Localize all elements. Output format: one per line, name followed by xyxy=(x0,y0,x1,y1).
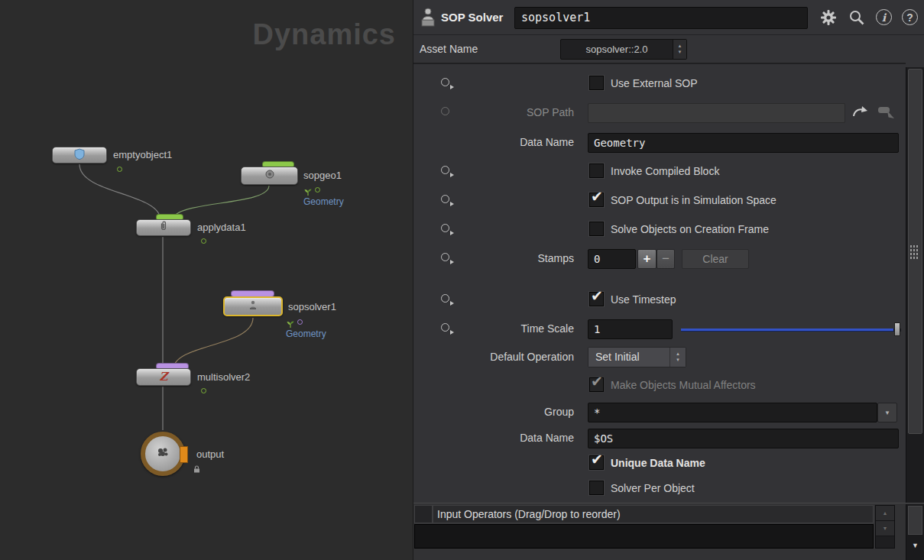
node-applydata1-body[interactable] xyxy=(136,219,191,236)
input-operators-list[interactable] xyxy=(414,524,874,549)
input-operators-scrollbar[interactable]: ▲ ▼ xyxy=(875,505,895,549)
node-multisolver2[interactable]: Z multisolver2 xyxy=(136,368,191,386)
time-scale-input[interactable]: 1 xyxy=(588,319,673,339)
help-icon[interactable]: ? xyxy=(902,9,918,25)
node-header: SOP Solver sopsolver1 i ? xyxy=(413,0,924,35)
time-scale-slider[interactable] xyxy=(681,319,901,340)
header-icons: i ? xyxy=(819,8,918,27)
stamps-remove-button[interactable]: − xyxy=(657,249,675,269)
param-row-use-timestep: Use Timestep xyxy=(413,290,924,311)
param-expand-icon[interactable] xyxy=(441,294,449,303)
invoke-compiled-block-label: Invoke Compiled Block xyxy=(611,165,719,177)
param-row-group: Group * ▼ xyxy=(413,402,924,423)
param-row-time-scale: Time Scale 1 xyxy=(413,319,924,340)
display-ring[interactable] xyxy=(201,388,206,393)
use-timestep-checkbox[interactable] xyxy=(589,292,604,306)
output-ring[interactable] xyxy=(297,319,303,325)
node-output[interactable]: output xyxy=(141,432,185,476)
slider-handle[interactable] xyxy=(894,322,900,336)
asset-version-spinner[interactable]: ▲ ▼ xyxy=(673,40,686,59)
stamps-input[interactable]: 0 xyxy=(588,249,636,269)
spinner-up-icon[interactable]: ▲ xyxy=(678,44,682,49)
parameter-panel: SOP Solver sopsolver1 i ? Asset Name sop… xyxy=(413,0,924,560)
use-external-sop-checkbox[interactable] xyxy=(589,76,604,90)
node-applydata1[interactable]: applydata1 xyxy=(136,219,191,236)
param-row-sop-path: SOP Path xyxy=(413,102,924,124)
param-expand-icon[interactable] xyxy=(441,224,449,232)
node-sopgeo1[interactable]: sopgeo1 Geometry xyxy=(241,167,298,185)
search-icon[interactable] xyxy=(848,8,866,27)
mutual-affectors-checkbox[interactable] xyxy=(589,377,604,392)
default-operation-spinner[interactable]: ▲ ▼ xyxy=(669,348,686,367)
default-operation-select[interactable]: Set Initial ▲ ▼ xyxy=(588,347,686,367)
sop-path-label: SOP Path xyxy=(429,106,574,118)
particles-icon xyxy=(155,445,170,463)
data-name-2-input[interactable]: $OS xyxy=(588,429,899,448)
use-external-sop-label: Use External SOP xyxy=(611,77,698,89)
param-expand-icon[interactable] xyxy=(441,166,449,174)
geometry-icon xyxy=(264,169,275,183)
node-sopsolver1-selected[interactable]: sopsolver1 Geometry xyxy=(223,296,283,316)
gear-menu-icon[interactable] xyxy=(819,8,838,27)
scroll-up-icon[interactable]: ▲ xyxy=(876,506,894,521)
node-type-label: SOP Solver xyxy=(441,11,503,24)
param-row-invoke-compiled-block: Invoke Compiled Block xyxy=(413,161,924,183)
node-label: sopsolver1 xyxy=(288,301,336,312)
choose-operator-icon[interactable] xyxy=(877,104,896,124)
data-name-input[interactable]: Geometry xyxy=(588,133,899,153)
stamps-label: Stamps xyxy=(429,252,574,264)
scrollbar-down-icon[interactable]: ▼ xyxy=(906,538,924,553)
jump-to-operator-icon[interactable] xyxy=(851,104,870,122)
info-icon[interactable]: i xyxy=(876,9,892,25)
output-ring[interactable] xyxy=(315,187,320,193)
render-flag[interactable] xyxy=(180,446,188,463)
display-ring[interactable] xyxy=(201,238,206,244)
bottom-scrollbar[interactable]: ▼ xyxy=(906,504,924,560)
param-row-sop-output-sim-space: SOP Output is in Simulation Space xyxy=(413,190,924,212)
stamps-clear-button[interactable]: Clear xyxy=(682,249,749,269)
display-ring[interactable] xyxy=(117,167,122,172)
node-label: emptyobject1 xyxy=(113,149,172,160)
solve-objects-creation-checkbox[interactable] xyxy=(589,222,604,236)
asset-name-row: Asset Name sopsolver::2.0 ▲ ▼ xyxy=(413,36,906,64)
default-operation-label: Default Operation xyxy=(429,351,574,363)
input-operators-header: Input Operators (Drag/Drop to reorder) xyxy=(433,505,874,523)
network-wires xyxy=(0,0,413,560)
node-name-input[interactable]: sopsolver1 xyxy=(514,7,808,29)
solver-per-object-label: Solver Per Object xyxy=(611,482,695,494)
sop-output-sim-space-checkbox[interactable] xyxy=(589,193,604,207)
node-output-body[interactable] xyxy=(141,432,185,476)
asset-name-label: Asset Name xyxy=(420,43,478,55)
sop-output-sim-space-label: SOP Output is in Simulation Space xyxy=(611,194,776,206)
node-multisolver2-body[interactable]: Z xyxy=(136,368,191,386)
node-emptyobject1[interactable]: emptyobject1 xyxy=(52,147,107,163)
node-sopgeo1-body[interactable] xyxy=(241,167,298,185)
stamps-add-button[interactable]: + xyxy=(637,249,657,269)
node-sopsolver1-body[interactable] xyxy=(223,296,283,316)
param-expand-icon[interactable] xyxy=(441,195,449,203)
scroll-down-icon[interactable]: ▼ xyxy=(876,521,894,536)
default-operation-value: Set Initial xyxy=(588,348,669,367)
pane-grip-icon[interactable] xyxy=(909,244,919,260)
network-editor[interactable]: Dynamics emptyobject1 sop xyxy=(0,0,413,560)
spinner-down-icon[interactable]: ▼ xyxy=(676,358,680,364)
solver-per-object-checkbox[interactable] xyxy=(589,481,604,495)
sop-solver-node-icon xyxy=(248,299,258,313)
bottom-scrollbar-thumb[interactable] xyxy=(908,506,922,535)
node-emptyobject1-body[interactable] xyxy=(52,147,107,163)
param-expand-icon[interactable] xyxy=(441,78,449,86)
spinner-up-icon[interactable]: ▲ xyxy=(676,351,680,358)
spinner-down-icon[interactable]: ▼ xyxy=(678,50,682,55)
group-input[interactable]: * xyxy=(588,403,877,422)
asset-version-select[interactable]: sopsolver::2.0 ▲ ▼ xyxy=(560,39,687,60)
slider-fill xyxy=(681,329,893,331)
sop-path-input[interactable] xyxy=(588,103,845,123)
param-row-mutual-affectors: Make Objects Mutual Affectors xyxy=(413,375,924,397)
group-dropdown-button[interactable]: ▼ xyxy=(877,403,897,422)
param-row-default-operation: Default Operation Set Initial ▲ ▼ xyxy=(413,347,924,368)
unique-data-name-checkbox[interactable] xyxy=(589,455,604,470)
params-scrollbar[interactable] xyxy=(906,67,924,503)
param-row-data-name: Data Name Geometry xyxy=(413,132,924,154)
sop-solver-icon xyxy=(419,7,437,31)
invoke-compiled-block-checkbox[interactable] xyxy=(589,163,604,178)
